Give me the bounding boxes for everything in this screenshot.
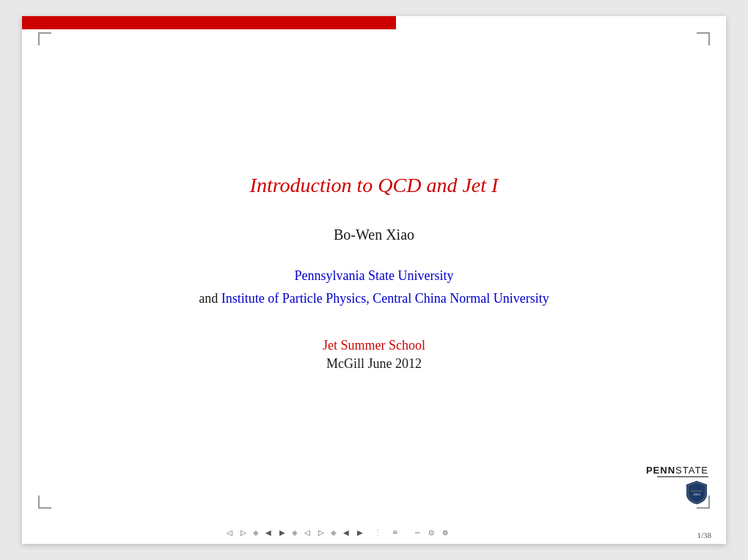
pennstate-shield: 1855 — [685, 479, 708, 506]
pennstate-logo: PENNSTATE 1855 — [646, 465, 708, 506]
penn-text: PENN — [646, 465, 675, 476]
nav-sep3: ◆ — [331, 528, 337, 537]
top-bar — [22, 16, 396, 29]
nav-back-page-button[interactable]: ▷ — [238, 526, 249, 538]
nav-sep2: ◆ — [292, 528, 298, 537]
nav-zoom2-button[interactable]: ⊚ — [439, 526, 451, 538]
navigation-area[interactable]: ◁ ▷ ◆ ◀ ▶ ◆ ◁ ▷ ◆ ◀ ▶ ⋮ ≡ ∽ ⊙ ⊚ — [22, 526, 653, 538]
nav-search-button[interactable]: ∽ — [411, 526, 423, 538]
nav-next2-button[interactable]: ▷ — [315, 526, 327, 538]
event-name: Jet Summer School — [323, 338, 425, 353]
affiliation-block: Pennsylvania State University and Instit… — [199, 265, 549, 309]
logo-divider — [657, 476, 708, 478]
nav-prev-button[interactable]: ◀ — [263, 526, 274, 538]
and-text: and — [199, 291, 218, 306]
event-block: Jet Summer School McGill June 2012 — [323, 338, 425, 372]
state-text: STATE — [675, 465, 708, 476]
nav-end-button[interactable]: ▶ — [354, 526, 366, 538]
event-date: McGill June 2012 — [323, 356, 425, 372]
institute-name: Institute of Particle Physics, Central C… — [221, 291, 549, 306]
page-info: 1/38 — [697, 531, 711, 539]
nav-last-button[interactable]: ◀ — [340, 526, 352, 538]
bracket-top-right — [697, 32, 710, 45]
nav-next-section-button[interactable]: ◁ — [301, 526, 313, 538]
pennstate-logo-text: PENNSTATE — [646, 465, 708, 476]
bracket-top-left — [38, 32, 51, 45]
bracket-bottom-left — [38, 495, 51, 509]
slide-title: Introduction to QCD and Jet I — [250, 174, 499, 197]
nav-sep4: ⋮ — [374, 528, 381, 537]
nav-prev2-button[interactable]: ▶ — [276, 526, 288, 538]
nav-sep1: ◆ — [253, 528, 259, 537]
slide-content: Introduction to QCD and Jet I Bo-Wen Xia… — [66, 60, 682, 485]
nav-zoom-button[interactable]: ⊙ — [425, 526, 437, 538]
nav-first-button[interactable]: ◁ — [224, 526, 235, 538]
author-name: Bo-Wen Xiao — [334, 226, 414, 243]
nav-equiv-button[interactable]: ≡ — [389, 526, 401, 538]
slide: Introduction to QCD and Jet I Bo-Wen Xia… — [22, 16, 726, 544]
affiliation-line2: and Institute of Particle Physics, Centr… — [199, 291, 549, 306]
svg-text:1855: 1855 — [693, 493, 701, 496]
university-name: Pennsylvania State University — [199, 265, 549, 287]
